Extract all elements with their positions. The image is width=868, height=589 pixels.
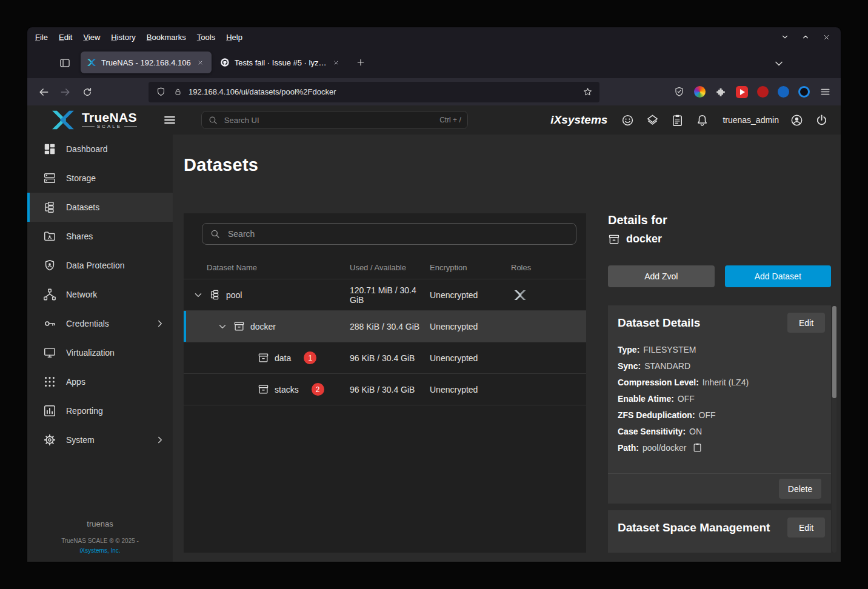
- encryption-value: Unencrypted: [430, 322, 478, 331]
- menu-file[interactable]: File: [30, 30, 53, 44]
- sidebar-item-storage[interactable]: Storage: [27, 164, 173, 193]
- menu-bookmarks[interactable]: Bookmarks: [141, 30, 192, 44]
- used-value: 120.71 MiB / 30.4 GiB: [350, 285, 430, 305]
- account-person-icon[interactable]: [790, 113, 804, 127]
- cell-encryption: Unencrypted: [430, 311, 511, 342]
- sidebar-item-label: Storage: [66, 173, 96, 183]
- global-search[interactable]: Ctrl + /: [201, 111, 468, 129]
- window-close-icon[interactable]: [821, 32, 831, 42]
- power-icon[interactable]: [815, 113, 829, 127]
- dataset-box-icon: [233, 321, 245, 332]
- add-dataset-button[interactable]: Add Dataset: [725, 265, 832, 287]
- dataset-search-input[interactable]: [227, 228, 569, 239]
- tab-close-icon[interactable]: [332, 58, 341, 67]
- property-label: Enable Atime:: [618, 394, 674, 404]
- sidebar-item-dashboard[interactable]: Dashboard: [27, 135, 173, 164]
- feedback-smiley-icon[interactable]: [621, 113, 635, 127]
- encryption-value: Unencrypted: [430, 385, 478, 394]
- edit-button[interactable]: Edit: [787, 313, 825, 333]
- window-minimize-icon[interactable]: [780, 32, 790, 42]
- url-bar[interactable]: 192.168.4.106/ui/datasets/pool%2Fdocker: [149, 82, 599, 102]
- extensions-puzzle-icon[interactable]: [715, 86, 727, 98]
- sidebar-item-reporting[interactable]: Reporting: [27, 396, 173, 425]
- sidebar-item-label: System: [66, 435, 95, 445]
- sidebar-item-credentials[interactable]: Credentials: [27, 309, 173, 338]
- hostname: truenas: [27, 519, 173, 528]
- edit-button[interactable]: Edit: [787, 517, 825, 537]
- table-row-docker[interactable]: docker 288 KiB / 30.4 GiB Unencrypted: [184, 311, 586, 342]
- tab-close-icon[interactable]: [196, 58, 205, 67]
- main-content: Datasets Dataset Name Used / Available E…: [173, 135, 841, 562]
- blue-circle-extension-icon[interactable]: [778, 86, 789, 98]
- table-row-stacks[interactable]: stacks 2 96 KiB / 30.4 GiB Unencrypted: [184, 374, 586, 405]
- encryption-value: Unencrypted: [430, 290, 478, 300]
- sidebar-item-network[interactable]: Network: [27, 280, 173, 309]
- global-search-input[interactable]: [223, 115, 435, 125]
- table-row-pool[interactable]: pool 120.71 MiB / 30.4 GiB Unencrypted: [184, 279, 586, 311]
- sidebar-item-label: Apps: [66, 377, 85, 387]
- delete-button[interactable]: Delete: [779, 479, 821, 499]
- firefox-view-icon[interactable]: [59, 57, 71, 69]
- ixsystems-link[interactable]: iXsystems, Inc.: [27, 546, 173, 556]
- details-scrollbar[interactable]: [832, 306, 836, 553]
- shield-icon[interactable]: [155, 86, 167, 98]
- property-row: ZFS Deduplication:OFF: [618, 407, 821, 423]
- sidenav-toggle-icon[interactable]: [162, 113, 177, 127]
- scrollbar-thumb[interactable]: [832, 306, 836, 398]
- back-icon[interactable]: [35, 83, 53, 101]
- tab-truenas[interactable]: TrueNAS - 192.168.4.106: [81, 52, 212, 73]
- colorwheel-icon[interactable]: [694, 86, 706, 98]
- sidebar-item-system[interactable]: System: [27, 425, 173, 454]
- ixsystems-logo[interactable]: iXsystems: [550, 113, 607, 127]
- menu-help[interactable]: Help: [221, 30, 248, 44]
- truenas-app: TrueNAS SCALE Ctrl + / iXsystems truenas…: [27, 105, 841, 562]
- cell-name: data 1: [184, 342, 350, 373]
- red-circle-extension-icon[interactable]: [757, 86, 769, 98]
- menu-edit[interactable]: Edit: [53, 30, 78, 44]
- alerts-bell-icon[interactable]: [695, 113, 709, 127]
- dataset-name: docker: [250, 322, 276, 331]
- list-all-tabs-icon[interactable]: [773, 58, 785, 70]
- blue-ring-extension-icon[interactable]: [798, 86, 810, 98]
- property-value: ON: [689, 427, 702, 436]
- truenas-brand[interactable]: TrueNAS SCALE: [50, 110, 137, 130]
- sidebar-item-data-protection[interactable]: Data Protection: [27, 251, 173, 280]
- tab-github-issue[interactable]: Tests fail · Issue #5 · lyze23: [214, 52, 347, 73]
- virtualization-monitor-icon: [43, 346, 56, 359]
- copyright-text: TrueNAS SCALE ® © 2025 -: [27, 536, 173, 546]
- shield-check-icon[interactable]: [673, 86, 685, 98]
- new-tab-icon[interactable]: [352, 54, 369, 71]
- app-menu-icon[interactable]: [819, 86, 831, 98]
- chevron-down-icon[interactable]: [217, 321, 228, 332]
- sidebar-item-apps[interactable]: Apps: [27, 367, 173, 396]
- jobs-clipboard-icon[interactable]: [670, 113, 684, 127]
- sidebar: Dashboard Storage Datasets Shares Data P…: [27, 135, 173, 562]
- used-value: 96 KiB / 30.4 GiB: [350, 353, 415, 363]
- window-maximize-icon[interactable]: [801, 32, 810, 42]
- sidebar-item-label: Virtualization: [66, 348, 115, 358]
- chevron-down-icon[interactable]: [193, 290, 204, 301]
- table-row-data[interactable]: data 1 96 KiB / 30.4 GiB Unencrypted: [184, 342, 586, 374]
- layers-icon[interactable]: [646, 113, 659, 127]
- pool-tree-icon: [209, 289, 221, 301]
- menu-history[interactable]: History: [105, 30, 141, 44]
- url-text[interactable]: 192.168.4.106/ui/datasets/pool%2Fdocker: [189, 87, 576, 96]
- lock-icon[interactable]: [172, 86, 184, 98]
- play-badge-icon[interactable]: [736, 86, 748, 98]
- sidebar-item-label: Network: [66, 290, 97, 299]
- toolbar-extensions: [673, 86, 833, 98]
- copy-path-icon[interactable]: [692, 442, 703, 453]
- bookmark-star-icon[interactable]: [581, 86, 593, 98]
- add-zvol-button[interactable]: Add Zvol: [608, 265, 715, 287]
- forward-icon[interactable]: [56, 83, 75, 101]
- menu-tools[interactable]: Tools: [192, 30, 221, 44]
- sidebar-item-datasets[interactable]: Datasets: [27, 193, 173, 222]
- menu-view[interactable]: View: [78, 30, 105, 44]
- brand-edition: SCALE: [82, 124, 137, 129]
- sidebar-item-shares[interactable]: Shares: [27, 222, 173, 251]
- dataset-search[interactable]: [202, 223, 576, 245]
- sidebar-item-virtualization[interactable]: Virtualization: [27, 338, 173, 367]
- reload-icon[interactable]: [78, 83, 96, 101]
- property-value: pool/docker: [643, 443, 686, 453]
- sidebar-item-label: Shares: [66, 231, 93, 241]
